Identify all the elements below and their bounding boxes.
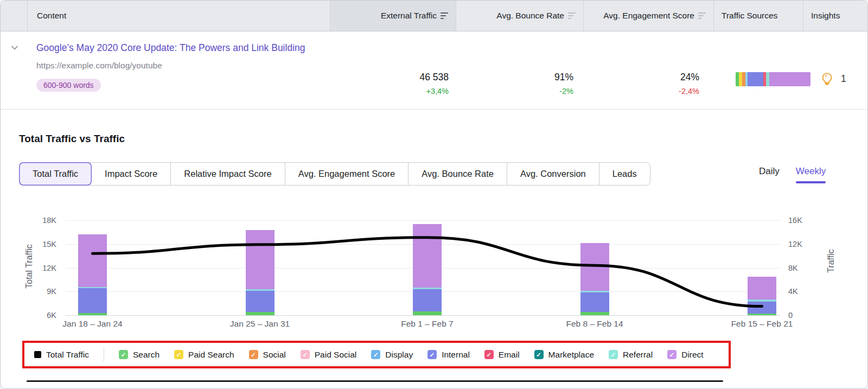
sort-icon[interactable]	[698, 12, 706, 20]
bar-segment-referral	[413, 288, 442, 289]
legend-checkbox-display[interactable]: ✓	[371, 350, 380, 359]
granularity-daily[interactable]: Daily	[759, 166, 780, 183]
header-traffic-sources-label: Traffic Sources	[722, 11, 777, 21]
tab-relative-impact-score[interactable]: Relative Impact Score	[171, 163, 285, 185]
right-axis-tick: 4K	[788, 286, 821, 296]
bar-segment-direct	[246, 230, 275, 289]
tab-avg-conversion[interactable]: Avg. Conversion	[507, 163, 599, 185]
metric-tabs: Total TrafficImpact ScoreRelative Impact…	[19, 162, 650, 186]
bar-segment-search	[580, 312, 609, 315]
x-axis-label: Feb 1 – Feb 7	[368, 319, 487, 329]
chart-legend annotation-highlight-box: Total Traffic✓Search✓Paid Search✓Social✓…	[22, 341, 731, 368]
legend-divider	[104, 348, 104, 362]
insights-cell[interactable]: 1	[820, 72, 846, 86]
traffic-chart: 18K16K15K12K12K8K9K4K6K0Total TrafficTra…	[1, 207, 868, 336]
header-external-traffic[interactable]: External Traffic	[330, 1, 456, 31]
legend-item-direct[interactable]: ✓Direct	[667, 350, 703, 360]
header-avg-bounce-rate-label: Avg. Bounce Rate	[496, 11, 564, 21]
chevron-down-icon[interactable]	[9, 42, 20, 55]
bar-segment-internal	[748, 302, 776, 314]
bar-segment-search	[78, 313, 107, 315]
legend-item-paid-social[interactable]: ✓Paid Social	[301, 350, 357, 360]
traffic-source-segment-internal	[748, 72, 763, 86]
legend-checkbox-paid-social[interactable]: ✓	[301, 350, 310, 359]
legend-label: Internal	[442, 350, 470, 360]
legend-item-search[interactable]: ✓Search	[119, 350, 159, 360]
legend-label: Referral	[623, 350, 653, 360]
left-axis-tick: 18K	[18, 215, 56, 225]
legend-checkbox-email[interactable]: ✓	[484, 350, 494, 359]
bar-segment-search	[413, 311, 442, 315]
avg-bounce-rate-value: 91%	[465, 72, 573, 83]
legend-item-social[interactable]: ✓Social	[249, 350, 286, 360]
legend-checkbox-social[interactable]: ✓	[249, 350, 258, 359]
header-avg-engagement-score[interactable]: Avg. Engagement Score	[584, 1, 714, 31]
legend-item-internal[interactable]: ✓Internal	[427, 350, 470, 360]
legend-item-referral[interactable]: ✓Referral	[609, 350, 653, 360]
legend-item-marketplace[interactable]: ✓Marketplace	[534, 350, 594, 360]
bar-segment-direct	[748, 277, 776, 299]
word-count-badge: 600-900 words	[36, 79, 101, 92]
x-axis-label: Jan 18 – Jan 24	[33, 319, 152, 329]
content-url: https://example.com/blog/youtube	[36, 61, 305, 71]
header-avg-engagement-score-label: Avg. Engagement Score	[603, 11, 694, 21]
content-analytics-screen: Content External Traffic Avg. Bounce Rat…	[0, 0, 868, 389]
header-avg-bounce-rate[interactable]: Avg. Bounce Rate	[456, 1, 584, 31]
legend-label: Total Traffic	[46, 350, 89, 360]
legend-checkbox-paid-search[interactable]: ✓	[174, 350, 183, 359]
granularity-weekly[interactable]: Weekly	[796, 166, 826, 183]
legend-item-total-traffic[interactable]: Total Traffic	[34, 350, 89, 360]
bar-segment-referral	[748, 299, 776, 302]
right-axis-title: Traffic	[826, 249, 836, 273]
left-axis-title: Total Traffic	[24, 244, 34, 289]
legend-checkbox-marketplace[interactable]: ✓	[534, 350, 544, 359]
tab-impact-score[interactable]: Impact Score	[92, 163, 171, 185]
legend-item-email[interactable]: ✓Email	[484, 350, 520, 360]
granularity-underline	[759, 181, 780, 183]
traffic-sources-bar	[736, 72, 810, 86]
x-axis-label: Feb 8 – Feb 14	[535, 319, 654, 329]
tab-avg-engagement-score[interactable]: Avg. Engagement Score	[285, 163, 409, 185]
right-axis-tick: 12K	[788, 239, 821, 249]
legend-label: Email	[499, 350, 520, 360]
legend-label: Paid Social	[315, 350, 357, 360]
table-row: Google’s May 2020 Core Update: The Power…	[1, 31, 868, 110]
legend-item-display[interactable]: ✓Display	[371, 350, 413, 360]
legend-checkbox-search[interactable]: ✓	[119, 350, 128, 359]
sort-desc-icon[interactable]	[441, 12, 448, 20]
avg-bounce-rate-delta: -2%	[465, 87, 573, 95]
legend-item-paid-search[interactable]: ✓Paid Search	[174, 350, 234, 360]
bar-segment-direct	[413, 224, 442, 288]
sort-icon[interactable]	[568, 12, 576, 20]
legend-checkbox-direct[interactable]: ✓	[667, 350, 676, 359]
header-traffic-sources: Traffic Sources	[714, 1, 803, 31]
tab-avg-bounce-rate[interactable]: Avg. Bounce Rate	[409, 163, 507, 185]
x-axis-label: Jan 25 – Jan 31	[200, 319, 320, 329]
external-traffic-delta: +3,4%	[340, 87, 449, 95]
legend-label: Marketplace	[548, 350, 594, 360]
header-content[interactable]: Content	[28, 1, 330, 31]
bar-segment-direct	[580, 243, 609, 291]
table-header: Content External Traffic Avg. Bounce Rat…	[1, 1, 868, 31]
tab-total-traffic[interactable]: Total Traffic	[19, 162, 92, 186]
header-insights: Insights	[803, 1, 868, 31]
legend-swatch	[34, 351, 41, 358]
external-traffic-value: 46 538	[340, 72, 449, 83]
header-expand-column	[1, 1, 28, 31]
avg-engagement-score-cell: 24% -2,4%	[591, 72, 699, 95]
tab-leads[interactable]: Leads	[599, 163, 650, 185]
legend-label: Social	[263, 350, 286, 360]
content-title-link[interactable]: Google’s May 2020 Core Update: The Power…	[36, 41, 305, 55]
legend-checkbox-referral[interactable]: ✓	[609, 350, 618, 359]
bar-segment-referral	[246, 289, 275, 291]
gridline	[66, 220, 780, 221]
avg-bounce-rate-cell: 91% -2%	[465, 72, 573, 95]
insights-count: 1	[841, 73, 846, 85]
legend-checkbox-internal[interactable]: ✓	[427, 350, 437, 359]
legend-label: Display	[385, 350, 413, 360]
bar-segment-internal	[78, 288, 107, 313]
header-insights-label: Insights	[811, 11, 840, 21]
header-content-label: Content	[37, 11, 66, 21]
bar-segment-internal	[580, 292, 609, 312]
bar-segment-referral	[580, 291, 609, 292]
